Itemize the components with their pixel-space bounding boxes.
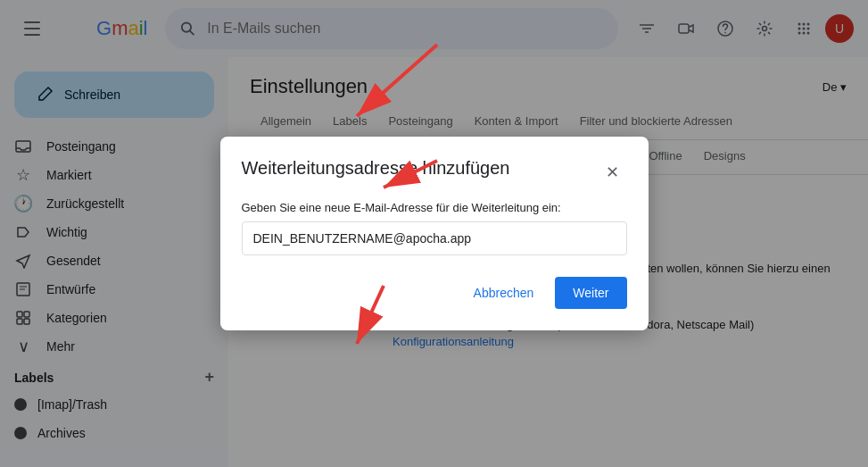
dialog-actions: Abbrechen Weiter — [242, 277, 627, 309]
submit-button[interactable]: Weiter — [555, 277, 626, 309]
email-input[interactable] — [242, 221, 627, 255]
dialog-overlay: Weiterleitungsadresse hinzufügen ✕ Geben… — [0, 0, 868, 467]
cancel-button[interactable]: Abbrechen — [459, 277, 549, 309]
dialog-title: Weiterleitungsadresse hinzufügen ✕ — [242, 158, 627, 187]
dialog: Weiterleitungsadresse hinzufügen ✕ Geben… — [220, 137, 649, 330]
dialog-close-button[interactable]: ✕ — [599, 158, 627, 187]
dialog-label: Geben Sie eine neue E-Mail-Adresse für d… — [242, 201, 627, 214]
